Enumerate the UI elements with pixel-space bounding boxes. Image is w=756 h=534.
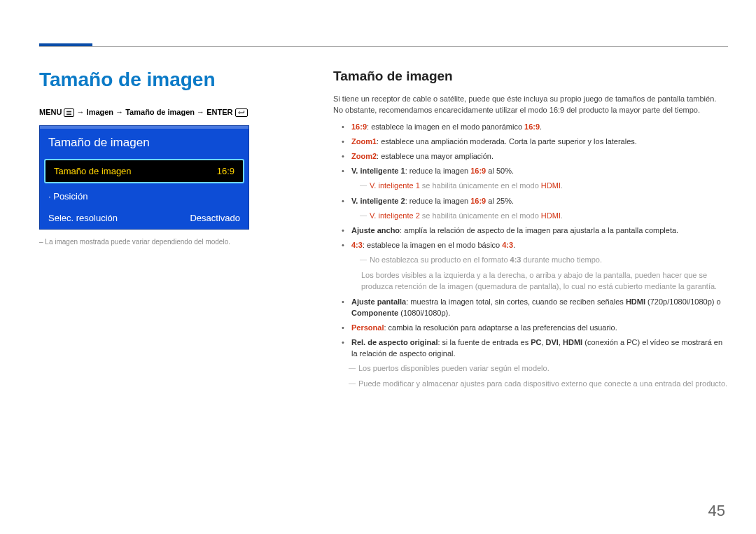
- list-item: 4:3: establece la imagen en el modo bási…: [344, 240, 728, 251]
- right-column: Tamaño de imagen Si tiene un receptor de…: [333, 69, 728, 394]
- options-list: V. inteligente 2: reduce la imagen 16:9 …: [333, 196, 728, 207]
- options-list: Ajuste pantalla: muestra la imagen total…: [333, 297, 728, 360]
- svg-rect-0: [66, 111, 71, 111]
- osd-row-posicion[interactable]: · Posición: [40, 185, 248, 207]
- intro-paragraph: Si tiene un receptor de cable o satélite…: [333, 94, 728, 116]
- section-title-left: Tamaño de imagen: [39, 69, 291, 91]
- svg-rect-2: [66, 114, 71, 115]
- menu-icon: [64, 108, 74, 117]
- left-column: Tamaño de imagen MENU → Imagen → Tamaño …: [39, 69, 291, 394]
- osd-panel: Tamaño de imagen Tamaño de imagen 16:9 ·…: [39, 125, 249, 230]
- manual-page: Tamaño de imagen MENU → Imagen → Tamaño …: [0, 0, 756, 534]
- list-item: V. inteligente 1: reduce la imagen 16:9 …: [344, 166, 728, 177]
- page-number: 45: [708, 502, 725, 520]
- breadcrumb-arrow-3: →: [197, 108, 206, 116]
- osd-row-value: Desactivado: [190, 213, 240, 223]
- breadcrumb-arrow-2: →: [115, 108, 125, 116]
- list-item: 16:9: establece la imagen en el modo pan…: [344, 122, 728, 133]
- list-item: Personal: cambia la resolución para adap…: [344, 323, 728, 334]
- osd-row-label: Tamaño de imagen: [54, 166, 132, 176]
- osd-row-label: · Posición: [48, 191, 88, 202]
- osd-title: Tamaño de imagen: [40, 126, 248, 157]
- list-item: Rel. de aspecto original: si la fuente d…: [344, 337, 728, 360]
- end-note: Los puertos disponibles pueden variar se…: [350, 363, 728, 374]
- breadcrumb-part-2: Tamaño de imagen: [125, 108, 195, 116]
- options-list: Ajuste ancho: amplía la relación de aspe…: [333, 225, 728, 251]
- sub-note: V. inteligente 1 se habilita únicamente …: [361, 181, 728, 192]
- list-item: V. inteligente 2: reduce la imagen 16:9 …: [344, 196, 728, 207]
- breadcrumb-arrow-1: →: [77, 108, 87, 116]
- breadcrumb-menu: MENU: [39, 108, 62, 116]
- list-item: Zoom2: establece una mayor ampliación.: [344, 151, 728, 162]
- osd-row-resolucion[interactable]: Selec. resolución Desactivado: [40, 207, 248, 229]
- osd-row-value: 16:9: [217, 166, 234, 176]
- sub-note-lines: Los bordes visibles a la izquierda y a l…: [361, 270, 728, 293]
- svg-rect-1: [66, 113, 71, 113]
- end-note: Puede modificar y almacenar ajustes para…: [350, 379, 728, 390]
- section-title-right: Tamaño de imagen: [333, 69, 728, 84]
- breadcrumb: MENU → Imagen → Tamaño de imagen → ENTER: [39, 108, 291, 117]
- options-list: 16:9: establece la imagen en el modo pan…: [333, 122, 728, 177]
- breadcrumb-enter: ENTER: [206, 108, 232, 116]
- osd-row-label: Selec. resolución: [48, 213, 118, 223]
- list-item: Ajuste pantalla: muestra la imagen total…: [344, 297, 728, 319]
- top-rule-line: [39, 46, 728, 47]
- osd-row-tamano[interactable]: Tamaño de imagen 16:9: [44, 159, 244, 183]
- list-item: Zoom1: establece una ampliación moderada…: [344, 136, 728, 148]
- breadcrumb-part-1: Imagen: [87, 108, 114, 116]
- sub-note: No establezca su producto en el formato …: [361, 255, 728, 266]
- sub-note: V. inteligente 2 se habilita únicamente …: [361, 211, 728, 222]
- enter-icon: [235, 108, 248, 117]
- list-item: Ajuste ancho: amplía la relación de aspe…: [344, 225, 728, 237]
- content-columns: Tamaño de imagen MENU → Imagen → Tamaño …: [39, 69, 728, 394]
- osd-footnote: La imagen mostrada puede variar dependie…: [39, 238, 291, 246]
